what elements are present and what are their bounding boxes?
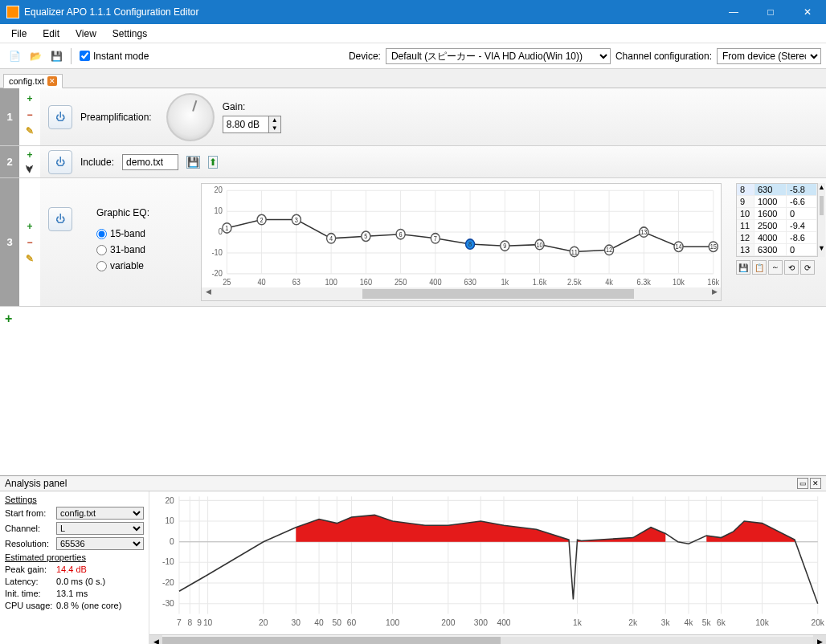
svg-text:10: 10 [215, 206, 223, 216]
include-input[interactable] [122, 154, 178, 170]
close-icon[interactable]: ✕ [810, 478, 821, 489]
up-arrow-icon[interactable]: ⬆ [208, 156, 218, 169]
radio-31band[interactable]: 31-band [96, 244, 145, 255]
svg-text:1k: 1k [573, 618, 583, 627]
geq-toolbar: 💾 📋 ～ ⟲ ⟳ [736, 260, 818, 275]
gain-dial[interactable] [166, 93, 215, 141]
svg-text:20: 20 [215, 185, 223, 195]
add-icon[interactable]: + [22, 92, 37, 106]
remove-icon[interactable]: − [22, 108, 37, 122]
analysis-hscrollbar[interactable]: ◀ ▶ [149, 635, 826, 644]
radio-15band[interactable]: 15-band [96, 228, 145, 239]
tab-close-icon[interactable]: ✕ [47, 76, 57, 86]
svg-text:2: 2 [260, 216, 264, 224]
resolution-select[interactable]: 65536 [56, 537, 144, 550]
channel-config-select[interactable]: From device (Stereo) [717, 48, 821, 64]
table-row[interactable]: 8630-5.8 [737, 184, 817, 196]
eq-hscrollbar[interactable]: ◀ ▶ [202, 287, 721, 300]
save-icon[interactable]: 💾 [736, 260, 750, 275]
svg-text:25: 25 [223, 278, 231, 287]
analysis-chart[interactable]: -30-20-100102078910203040506010020030040… [149, 491, 826, 635]
start-from-select[interactable]: config.txt [56, 507, 144, 520]
gain-down[interactable]: ▼ [269, 124, 280, 132]
effect-row-graphic-eq: 3 + − ✎ ⏻ Graphic EQ: 15-band 31-band va… [0, 178, 826, 307]
svg-text:11: 11 [571, 248, 578, 256]
instant-mode-checkbox[interactable]: Instant mode [80, 51, 149, 62]
remove-icon[interactable]: − [22, 235, 37, 250]
power-button[interactable]: ⏻ [48, 150, 72, 174]
edit-icon[interactable]: ✎ [22, 124, 37, 138]
geq-table[interactable]: 8630-5.891000-6.61016000112500-9.4124000… [736, 183, 818, 257]
geq-vscrollbar[interactable]: ▲ ▼ [818, 183, 825, 257]
close-button[interactable]: ✕ [789, 0, 826, 24]
gain-label: Gain: [223, 101, 281, 112]
svg-text:400: 400 [429, 278, 442, 287]
svg-text:30: 30 [292, 618, 301, 627]
browse-button[interactable]: 💾 [186, 156, 200, 169]
geq-settings: Graphic EQ: 15-band 31-band variable [80, 183, 193, 301]
table-row[interactable]: 1016000 [737, 208, 817, 220]
scroll-right-icon[interactable]: ▶ [708, 287, 721, 300]
edit-icon[interactable]: ✎ [22, 251, 37, 266]
menu-settings[interactable]: Settings [104, 26, 155, 41]
svg-text:40: 40 [314, 618, 324, 627]
analysis-panel: Analysis panel ▭ ✕ Settings Start from:c… [0, 475, 826, 644]
open-file-button[interactable]: 📂 [26, 47, 45, 66]
include-label: Include: [80, 157, 114, 168]
undock-icon[interactable]: ▭ [797, 478, 808, 489]
flatten-icon[interactable]: ⟲ [784, 260, 799, 275]
power-button[interactable]: ⏻ [48, 207, 72, 231]
copy-icon[interactable]: 📋 [752, 260, 767, 275]
expand-icon[interactable]: ⮟ [22, 162, 37, 177]
add-icon[interactable]: + [22, 148, 37, 162]
minimize-button[interactable]: — [715, 0, 752, 24]
svg-text:8: 8 [187, 618, 192, 627]
svg-text:10: 10 [536, 241, 543, 249]
radio-variable[interactable]: variable [96, 260, 144, 271]
table-row[interactable]: 124000-8.6 [737, 232, 817, 244]
row-number: 3 [0, 178, 19, 306]
channel-select[interactable]: L [56, 522, 144, 535]
menu-edit[interactable]: Edit [35, 26, 67, 41]
scroll-left-icon[interactable]: ◀ [149, 635, 162, 644]
menubar: File Edit View Settings [0, 24, 826, 43]
reset-icon[interactable]: ⟳ [800, 260, 815, 275]
svg-text:3k: 3k [661, 618, 671, 627]
gain-input[interactable] [223, 116, 268, 132]
new-file-button[interactable]: 📄 [5, 47, 24, 66]
scroll-left-icon[interactable]: ◀ [202, 287, 215, 300]
table-row[interactable]: 91000-6.6 [737, 196, 817, 208]
add-icon[interactable]: + [22, 219, 37, 234]
effects-list: 1 + − ✎ ⏻ Preamplification: Gain: ▲▼ 2 + [0, 88, 826, 331]
svg-text:-20: -20 [162, 578, 174, 587]
init-time-value: 13.1 ms [56, 589, 88, 598]
menu-file[interactable]: File [3, 26, 35, 41]
svg-text:10: 10 [203, 618, 213, 627]
table-row[interactable]: 112500-9.4 [737, 220, 817, 232]
device-select[interactable]: Default (スピーカー - VIA HD Audio(Win 10)) [386, 48, 611, 64]
menu-view[interactable]: View [67, 26, 104, 41]
peak-gain-label: Peak gain: [5, 565, 56, 574]
svg-text:4: 4 [329, 235, 333, 243]
invert-icon[interactable]: ～ [768, 260, 783, 275]
table-row[interactable]: 1363000 [737, 244, 817, 256]
svg-text:3: 3 [295, 216, 299, 224]
gain-up[interactable]: ▲ [269, 116, 280, 124]
add-icon[interactable]: + [5, 312, 12, 325]
eq-chart[interactable]: -20-10010202540631001602504006301k1.6k2.… [201, 183, 722, 301]
maximize-button[interactable]: □ [752, 0, 789, 24]
gain-spinbox[interactable]: ▲▼ [223, 116, 281, 133]
row-number: 2 [0, 146, 19, 177]
instant-mode-input[interactable] [80, 51, 90, 61]
tab-config[interactable]: config.txt ✕ [3, 74, 63, 88]
row-actions: + ⮟ [19, 146, 40, 177]
svg-text:6k: 6k [717, 618, 726, 627]
save-file-button[interactable]: 💾 [47, 47, 66, 66]
analysis-settings: Settings Start from:config.txt Channel:L… [0, 491, 149, 644]
svg-text:10k: 10k [755, 618, 769, 627]
svg-text:50: 50 [333, 618, 342, 627]
add-effect-row: + [0, 307, 826, 331]
scroll-right-icon[interactable]: ▶ [813, 635, 826, 644]
svg-text:4k: 4k [605, 278, 613, 287]
power-button[interactable]: ⏻ [48, 105, 72, 129]
